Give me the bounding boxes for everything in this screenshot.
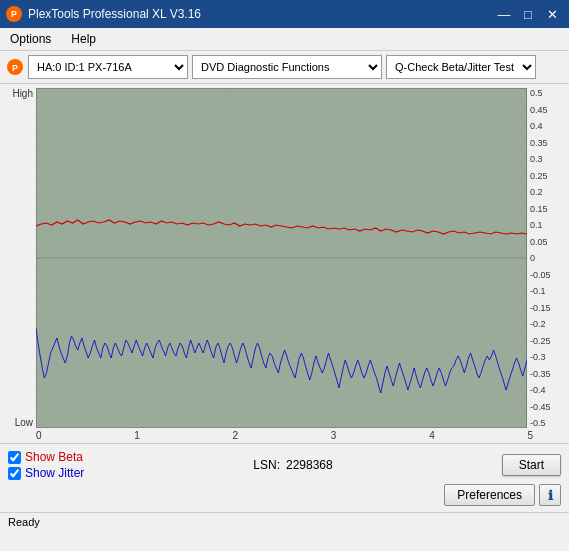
menu-help[interactable]: Help — [65, 30, 102, 48]
lsn-label: LSN: — [253, 458, 280, 472]
window-controls: — □ ✕ — [493, 4, 563, 24]
y-axis-right: 0.5 0.45 0.4 0.35 0.3 0.25 0.2 0.15 0.1 … — [527, 88, 563, 428]
status-text: Ready — [8, 516, 40, 528]
chart-container: High Low 0.5 0.45 0.4 0.35 0.3 0.25 0.2 … — [0, 84, 569, 443]
y-low-label: Low — [15, 417, 33, 428]
test-select[interactable]: Q-Check Beta/Jitter Test — [386, 55, 536, 79]
menu-bar: Options Help — [0, 28, 569, 51]
chart-plot — [36, 88, 527, 428]
show-jitter-checkbox[interactable] — [8, 467, 21, 480]
info-button[interactable]: ℹ — [539, 484, 561, 506]
maximize-button[interactable]: □ — [517, 4, 539, 24]
checkboxes: Show Beta Show Jitter — [8, 450, 84, 480]
svg-text:P: P — [12, 63, 18, 73]
chart-area: High Low 0.5 0.45 0.4 0.35 0.3 0.25 0.2 … — [6, 88, 563, 428]
preferences-button[interactable]: Preferences — [444, 484, 535, 506]
toolbar: P HA:0 ID:1 PX-716A DVD Diagnostic Funct… — [0, 51, 569, 84]
drive-icon: P — [6, 58, 24, 76]
close-button[interactable]: ✕ — [541, 4, 563, 24]
app-icon: P — [6, 6, 22, 22]
title-bar: P PlexTools Professional XL V3.16 — □ ✕ — [0, 0, 569, 28]
show-beta-label: Show Beta — [25, 450, 83, 464]
show-beta-checkbox[interactable] — [8, 451, 21, 464]
status-bar: Ready — [0, 512, 569, 531]
drive-select[interactable]: HA:0 ID:1 PX-716A — [28, 55, 188, 79]
window-title: PlexTools Professional XL V3.16 — [28, 7, 201, 21]
start-button[interactable]: Start — [502, 454, 561, 476]
lsn-value: 2298368 — [286, 458, 333, 472]
y-axis-left: High Low — [6, 88, 36, 428]
show-beta-row: Show Beta — [8, 450, 84, 464]
y-high-label: High — [12, 88, 33, 99]
show-jitter-row: Show Jitter — [8, 466, 84, 480]
minimize-button[interactable]: — — [493, 4, 515, 24]
right-buttons: Start — [502, 454, 561, 476]
prefs-buttons: Preferences ℹ — [444, 484, 561, 506]
function-select[interactable]: DVD Diagnostic Functions — [192, 55, 382, 79]
show-jitter-label: Show Jitter — [25, 466, 84, 480]
x-axis: 0 1 2 3 4 5 — [6, 428, 563, 441]
bottom-row1: Show Beta Show Jitter LSN: 2298368 Start — [8, 450, 561, 480]
menu-options[interactable]: Options — [4, 30, 57, 48]
lsn-section: LSN: 2298368 — [84, 458, 501, 472]
bottom-panel: Show Beta Show Jitter LSN: 2298368 Start… — [0, 443, 569, 512]
bottom-row2: Preferences ℹ — [8, 484, 561, 506]
